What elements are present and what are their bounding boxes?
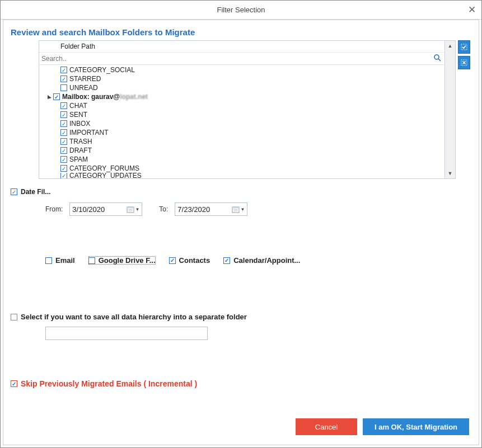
- folder-checkbox[interactable]: ✓: [60, 120, 67, 127]
- folder-item[interactable]: ✓CATEGORY_UPDATES: [39, 173, 444, 178]
- skip-migrated-label: Skip Previously Migrated Emails ( Increm…: [21, 379, 197, 388]
- folder-item[interactable]: ✓STARRED: [39, 74, 444, 83]
- folder-label: Mailbox: gaurav@lopat.net: [62, 93, 148, 101]
- cancel-button[interactable]: Cancel: [296, 418, 357, 435]
- type-checkbox[interactable]: ✓: [88, 257, 95, 264]
- folder-label: CATEGORY_SOCIAL: [69, 66, 135, 74]
- folder-item[interactable]: ✓SPAM: [39, 155, 444, 164]
- folder-label: UNREAD: [69, 84, 98, 92]
- from-date-input[interactable]: 3/10/2020 ▼: [69, 202, 142, 216]
- folder-item[interactable]: ✓SENT: [39, 110, 444, 119]
- folder-item[interactable]: ✓IMPORTANT: [39, 128, 444, 137]
- folder-checkbox[interactable]: ✓: [60, 173, 67, 178]
- svg-rect-7: [127, 207, 134, 209]
- folder-checkbox[interactable]: ✓: [53, 93, 60, 100]
- mailbox-node[interactable]: ✓Mailbox: gaurav@lopat.net: [39, 92, 444, 101]
- tree-scrollbar[interactable]: ▲ ▼: [445, 40, 456, 179]
- folder-checkbox[interactable]: ✓: [60, 76, 67, 82]
- folder-item[interactable]: ✓TRASH: [39, 137, 444, 146]
- folder-item[interactable]: ✓INBOX: [39, 119, 444, 128]
- folder-checkbox[interactable]: ✓: [60, 129, 67, 136]
- scroll-up-icon[interactable]: ▲: [445, 41, 455, 51]
- folder-label: SENT: [69, 111, 87, 119]
- folder-label: SPAM: [69, 155, 88, 163]
- folder-checkbox[interactable]: ✓: [60, 111, 67, 118]
- folder-checkbox[interactable]: ✓: [60, 84, 67, 91]
- separate-folder-label: Select if you want to save all data hier…: [21, 313, 247, 321]
- folder-label: CATEGORY_UPDATES: [69, 173, 142, 178]
- folder-label: DRAFT: [69, 147, 92, 154]
- calendar-icon[interactable]: [127, 206, 134, 213]
- deselect-all-button[interactable]: [458, 56, 470, 69]
- chevron-down-icon[interactable]: ▼: [240, 207, 245, 212]
- tree-column-header[interactable]: Folder Path: [39, 41, 444, 53]
- to-date-value: 7/23/2020: [177, 205, 210, 214]
- type-label: Google Drive F...: [99, 256, 156, 265]
- from-date-value: 3/10/2020: [72, 205, 105, 214]
- separate-folder-checkbox[interactable]: ✓: [11, 314, 17, 320]
- folder-checkbox[interactable]: ✓: [60, 165, 67, 172]
- folder-item[interactable]: ✓DRAFT: [39, 146, 444, 155]
- to-date-input[interactable]: 7/23/2020 ▼: [175, 202, 247, 216]
- search-icon[interactable]: [433, 54, 441, 63]
- section-title: Review and search Mailbox Folders to Mig…: [11, 27, 470, 37]
- folder-tree: Folder Path ✓CATEGORY_SOCIAL✓STARRED✓UNR…: [39, 40, 445, 179]
- type-gdrive-option[interactable]: ✓Google Drive F...: [88, 256, 156, 265]
- folder-label: TRASH: [69, 138, 92, 145]
- select-all-button[interactable]: [458, 40, 470, 54]
- window-title: Filter Selection: [217, 6, 265, 14]
- type-label: Calendar/Appoint...: [233, 256, 300, 265]
- type-checkbox[interactable]: ✓: [223, 257, 230, 264]
- chevron-down-icon[interactable]: ▼: [135, 207, 139, 212]
- type-checkbox[interactable]: ✓: [169, 257, 176, 264]
- type-contacts-option[interactable]: ✓Contacts: [169, 256, 210, 265]
- expand-icon[interactable]: [47, 95, 52, 100]
- type-checkbox[interactable]: ✓: [45, 257, 52, 264]
- date-filter-label: Date Fil...: [21, 188, 50, 196]
- svg-line-1: [438, 59, 441, 61]
- svg-rect-11: [232, 207, 239, 209]
- type-email-option[interactable]: ✓Email: [45, 256, 75, 265]
- folder-item[interactable]: ✓UNREAD: [39, 83, 444, 92]
- folder-label: STARRED: [69, 75, 101, 83]
- date-filter-checkbox[interactable]: ✓: [11, 188, 17, 195]
- folder-label: CATEGORY_FORUMS: [69, 164, 139, 172]
- search-input[interactable]: [41, 55, 433, 63]
- to-label: To:: [159, 205, 168, 213]
- folder-checkbox[interactable]: ✓: [60, 156, 67, 163]
- folder-label: IMPORTANT: [69, 129, 109, 136]
- folder-label: CHAT: [69, 102, 87, 110]
- calendar-icon[interactable]: [232, 206, 240, 213]
- type-calendar-option[interactable]: ✓Calendar/Appoint...: [223, 256, 300, 265]
- skip-migrated-checkbox[interactable]: ✓: [11, 380, 17, 387]
- folder-item[interactable]: ✓CATEGORY_FORUMS: [39, 164, 444, 173]
- svg-point-0: [434, 55, 439, 59]
- scroll-down-icon[interactable]: ▼: [445, 168, 455, 178]
- folder-checkbox[interactable]: ✓: [60, 147, 67, 154]
- type-label: Email: [55, 256, 75, 265]
- type-label: Contacts: [179, 256, 210, 265]
- folder-checkbox[interactable]: ✓: [60, 138, 67, 145]
- folder-checkbox[interactable]: ✓: [60, 67, 67, 73]
- folder-label: INBOX: [69, 120, 90, 128]
- start-migration-button[interactable]: I am OK, Start Migration: [363, 418, 469, 435]
- folder-checkbox[interactable]: ✓: [60, 102, 67, 109]
- titlebar: Filter Selection ✕: [1, 1, 481, 20]
- close-icon[interactable]: ✕: [468, 4, 476, 16]
- from-label: From:: [45, 205, 63, 213]
- separate-folder-input[interactable]: [45, 327, 208, 340]
- folder-item[interactable]: ✓CATEGORY_SOCIAL: [39, 65, 444, 74]
- folder-item[interactable]: ✓CHAT: [39, 101, 444, 110]
